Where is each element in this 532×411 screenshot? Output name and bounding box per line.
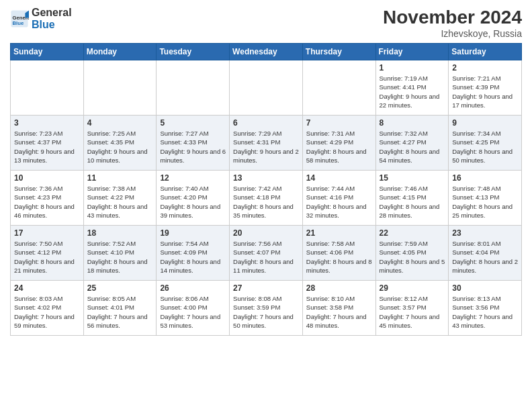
day-info: Sunrise: 8:08 AM Sunset: 3:59 PM Dayligh… <box>233 294 299 330</box>
table-row: 8Sunrise: 7:32 AM Sunset: 4:27 PM Daylig… <box>375 116 449 171</box>
table-row: 14Sunrise: 7:44 AM Sunset: 4:16 PM Dayli… <box>302 171 375 226</box>
header-sunday: Sunday <box>11 44 84 60</box>
header-monday: Monday <box>83 44 157 60</box>
table-row: 11Sunrise: 7:38 AM Sunset: 4:22 PM Dayli… <box>83 171 157 226</box>
logo-text: General Blue <box>32 7 72 30</box>
day-number: 18 <box>87 228 153 238</box>
table-row: 22Sunrise: 7:59 AM Sunset: 4:05 PM Dayli… <box>375 226 449 281</box>
table-row: 28Sunrise: 8:10 AM Sunset: 3:58 PM Dayli… <box>302 281 375 336</box>
day-number: 24 <box>14 283 80 293</box>
day-info: Sunrise: 7:40 AM Sunset: 4:20 PM Dayligh… <box>160 184 226 220</box>
day-number: 11 <box>87 173 153 183</box>
day-info: Sunrise: 7:42 AM Sunset: 4:18 PM Dayligh… <box>233 184 299 220</box>
day-info: Sunrise: 7:29 AM Sunset: 4:31 PM Dayligh… <box>233 129 299 165</box>
day-number: 29 <box>380 283 445 293</box>
day-info: Sunrise: 7:38 AM Sunset: 4:22 PM Dayligh… <box>87 184 153 220</box>
day-number: 26 <box>160 283 226 293</box>
day-info: Sunrise: 7:54 AM Sunset: 4:09 PM Dayligh… <box>160 239 226 275</box>
calendar: Sunday Monday Tuesday Wednesday Thursday… <box>10 43 522 336</box>
calendar-week-row: 3Sunrise: 7:23 AM Sunset: 4:37 PM Daylig… <box>11 116 522 171</box>
table-row: 23Sunrise: 8:01 AM Sunset: 4:04 PM Dayli… <box>449 226 522 281</box>
day-info: Sunrise: 8:12 AM Sunset: 3:57 PM Dayligh… <box>380 294 445 330</box>
table-row <box>302 60 375 116</box>
day-info: Sunrise: 7:44 AM Sunset: 4:16 PM Dayligh… <box>306 184 372 220</box>
page: General Blue General Blue November 2024 … <box>0 0 532 411</box>
day-info: Sunrise: 8:05 AM Sunset: 4:01 PM Dayligh… <box>87 294 153 330</box>
table-row: 7Sunrise: 7:31 AM Sunset: 4:29 PM Daylig… <box>302 116 375 171</box>
table-row: 17Sunrise: 7:50 AM Sunset: 4:12 PM Dayli… <box>11 226 84 281</box>
day-info: Sunrise: 7:36 AM Sunset: 4:23 PM Dayligh… <box>14 184 80 220</box>
day-info: Sunrise: 7:48 AM Sunset: 4:13 PM Dayligh… <box>452 184 518 220</box>
day-info: Sunrise: 7:32 AM Sunset: 4:27 PM Dayligh… <box>380 129 445 165</box>
day-number: 27 <box>233 283 299 293</box>
day-info: Sunrise: 8:01 AM Sunset: 4:04 PM Dayligh… <box>452 239 518 275</box>
day-number: 3 <box>14 118 80 128</box>
day-number: 13 <box>233 173 299 183</box>
day-info: Sunrise: 7:19 AM Sunset: 4:41 PM Dayligh… <box>380 74 445 109</box>
logo-icon: General Blue <box>10 9 29 28</box>
day-info: Sunrise: 7:50 AM Sunset: 4:12 PM Dayligh… <box>14 239 80 275</box>
day-info: Sunrise: 7:27 AM Sunset: 4:33 PM Dayligh… <box>160 129 226 165</box>
table-row <box>157 60 230 116</box>
header-friday: Friday <box>375 44 449 60</box>
day-number: 16 <box>452 173 518 183</box>
table-row: 13Sunrise: 7:42 AM Sunset: 4:18 PM Dayli… <box>230 171 303 226</box>
table-row: 1Sunrise: 7:19 AM Sunset: 4:41 PM Daylig… <box>375 60 449 116</box>
day-info: Sunrise: 8:10 AM Sunset: 3:58 PM Dayligh… <box>306 294 372 330</box>
day-info: Sunrise: 7:46 AM Sunset: 4:15 PM Dayligh… <box>380 184 445 220</box>
day-number: 7 <box>306 118 372 128</box>
day-info: Sunrise: 7:23 AM Sunset: 4:37 PM Dayligh… <box>14 129 80 165</box>
day-info: Sunrise: 8:13 AM Sunset: 3:56 PM Dayligh… <box>452 294 518 330</box>
table-row: 25Sunrise: 8:05 AM Sunset: 4:01 PM Dayli… <box>83 281 157 336</box>
calendar-week-row: 17Sunrise: 7:50 AM Sunset: 4:12 PM Dayli… <box>11 226 522 281</box>
day-number: 21 <box>306 228 372 238</box>
day-info: Sunrise: 7:31 AM Sunset: 4:29 PM Dayligh… <box>306 129 372 165</box>
day-number: 25 <box>87 283 153 293</box>
day-number: 23 <box>452 228 518 238</box>
day-info: Sunrise: 8:03 AM Sunset: 4:02 PM Dayligh… <box>14 294 80 330</box>
table-row: 27Sunrise: 8:08 AM Sunset: 3:59 PM Dayli… <box>230 281 303 336</box>
table-row: 18Sunrise: 7:52 AM Sunset: 4:10 PM Dayli… <box>83 226 157 281</box>
table-row <box>11 60 84 116</box>
calendar-week-row: 1Sunrise: 7:19 AM Sunset: 4:41 PM Daylig… <box>11 60 522 116</box>
table-row: 21Sunrise: 7:58 AM Sunset: 4:06 PM Dayli… <box>302 226 375 281</box>
svg-text:Blue: Blue <box>13 20 24 26</box>
calendar-week-row: 24Sunrise: 8:03 AM Sunset: 4:02 PM Dayli… <box>11 281 522 336</box>
day-number: 20 <box>233 228 299 238</box>
day-number: 5 <box>160 118 226 128</box>
table-row: 24Sunrise: 8:03 AM Sunset: 4:02 PM Dayli… <box>11 281 84 336</box>
table-row: 6Sunrise: 7:29 AM Sunset: 4:31 PM Daylig… <box>230 116 303 171</box>
header-wednesday: Wednesday <box>230 44 303 60</box>
header-thursday: Thursday <box>302 44 375 60</box>
day-info: Sunrise: 7:59 AM Sunset: 4:05 PM Dayligh… <box>380 239 445 275</box>
table-row: 2Sunrise: 7:21 AM Sunset: 4:39 PM Daylig… <box>449 60 522 116</box>
day-number: 4 <box>87 118 153 128</box>
day-info: Sunrise: 7:34 AM Sunset: 4:25 PM Dayligh… <box>452 129 518 165</box>
day-number: 1 <box>380 63 445 73</box>
day-number: 6 <box>233 118 299 128</box>
logo: General Blue General Blue <box>10 7 72 30</box>
table-row: 5Sunrise: 7:27 AM Sunset: 4:33 PM Daylig… <box>157 116 230 171</box>
day-info: Sunrise: 8:06 AM Sunset: 4:00 PM Dayligh… <box>160 294 226 330</box>
table-row: 9Sunrise: 7:34 AM Sunset: 4:25 PM Daylig… <box>449 116 522 171</box>
day-info: Sunrise: 7:25 AM Sunset: 4:35 PM Dayligh… <box>87 129 153 165</box>
day-info: Sunrise: 7:21 AM Sunset: 4:39 PM Dayligh… <box>452 74 518 109</box>
day-number: 28 <box>306 283 372 293</box>
day-info: Sunrise: 7:52 AM Sunset: 4:10 PM Dayligh… <box>87 239 153 275</box>
header-saturday: Saturday <box>449 44 522 60</box>
calendar-header-row: Sunday Monday Tuesday Wednesday Thursday… <box>11 44 522 60</box>
header: General Blue General Blue November 2024 … <box>10 7 522 39</box>
table-row: 10Sunrise: 7:36 AM Sunset: 4:23 PM Dayli… <box>11 171 84 226</box>
table-row: 26Sunrise: 8:06 AM Sunset: 4:00 PM Dayli… <box>157 281 230 336</box>
logo-general: General <box>32 7 72 19</box>
calendar-week-row: 10Sunrise: 7:36 AM Sunset: 4:23 PM Dayli… <box>11 171 522 226</box>
month-title: November 2024 <box>383 7 522 28</box>
location: Izhevskoye, Russia <box>383 28 522 39</box>
day-info: Sunrise: 7:58 AM Sunset: 4:06 PM Dayligh… <box>306 239 372 275</box>
day-number: 15 <box>380 173 445 183</box>
table-row: 15Sunrise: 7:46 AM Sunset: 4:15 PM Dayli… <box>375 171 449 226</box>
table-row: 4Sunrise: 7:25 AM Sunset: 4:35 PM Daylig… <box>83 116 157 171</box>
table-row: 30Sunrise: 8:13 AM Sunset: 3:56 PM Dayli… <box>449 281 522 336</box>
day-number: 9 <box>452 118 518 128</box>
table-row: 19Sunrise: 7:54 AM Sunset: 4:09 PM Dayli… <box>157 226 230 281</box>
